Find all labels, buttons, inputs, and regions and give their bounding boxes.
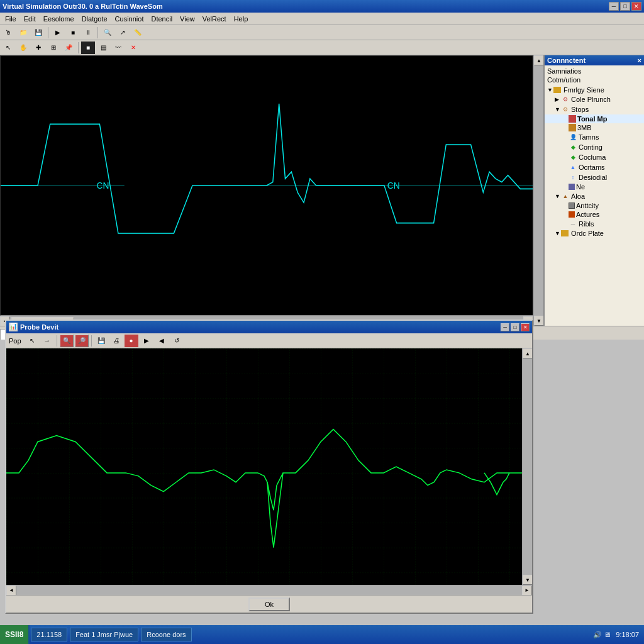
color-square-icon-13 bbox=[569, 211, 575, 218]
tb2-delete[interactable]: ✕ bbox=[126, 42, 140, 54]
menu-file[interactable]: File bbox=[1, 14, 20, 24]
tb-cursor[interactable]: ↗ bbox=[116, 26, 130, 39]
probe-tb-fwd[interactable]: ↺ bbox=[170, 335, 184, 347]
tb2-cross[interactable]: ✚ bbox=[31, 42, 45, 54]
probe-hscroll-left-btn[interactable]: ◄ bbox=[6, 586, 16, 596]
tree-label-0: Fmrlgy Siene bbox=[564, 86, 604, 94]
probe-vscroll-up-btn[interactable]: ▲ bbox=[523, 348, 532, 358]
title-bar: Virtual Simulation Outr30. 0 a RulTctin … bbox=[0, 0, 644, 13]
probe-tb-run[interactable]: ▶ bbox=[140, 335, 153, 347]
tree-label-13: Actures bbox=[576, 211, 599, 218]
tb-pause[interactable]: ⏸ bbox=[81, 26, 95, 39]
tb2-wire[interactable]: 〰 bbox=[111, 42, 125, 54]
taskbar-item-1[interactable]: Feat 1 Jmsr Pjwue bbox=[70, 628, 138, 641]
panel-close-icon[interactable]: × bbox=[638, 57, 641, 64]
probe-hscroll-right-btn[interactable]: ► bbox=[522, 586, 532, 596]
probe-tb-back[interactable]: ◀ bbox=[155, 335, 169, 347]
probe-close-btn[interactable]: ✕ bbox=[521, 323, 530, 331]
vscroll-up-btn[interactable]: ▲ bbox=[534, 55, 544, 65]
tree-item-4[interactable]: 3MB bbox=[545, 123, 644, 132]
tree-item-11[interactable]: ▼ ▲ Aloa bbox=[545, 191, 644, 201]
probe-tb-arrow[interactable]: → bbox=[40, 335, 54, 347]
tb-run[interactable]: ▶ bbox=[51, 26, 65, 39]
vscroll-down-btn[interactable]: ▼ bbox=[534, 316, 544, 326]
menu-dtencil[interactable]: Dtencil bbox=[147, 14, 176, 24]
tree-label-1: Cole Plrunch bbox=[571, 96, 611, 103]
probe-content: ▲ ▼ ◄ ► Ok bbox=[6, 348, 532, 613]
tree-item-14[interactable]: ─ Ribls bbox=[545, 219, 644, 229]
probe-waveform[interactable] bbox=[6, 348, 522, 585]
tree-item-0[interactable]: ▼ Fmrlgy Siene bbox=[545, 86, 644, 94]
tb2-arrow[interactable]: ↖ bbox=[1, 42, 15, 54]
expand-icon-2[interactable]: ▼ bbox=[555, 106, 561, 113]
vscroll-track[interactable] bbox=[534, 65, 543, 316]
expand-icon-0[interactable]: ▼ bbox=[547, 87, 553, 93]
probe-tb-zoom-out[interactable]: 🔎 bbox=[75, 335, 89, 347]
tree-label-3: Tonal Mp bbox=[577, 115, 607, 123]
expand-icon-11[interactable]: ▼ bbox=[555, 193, 561, 199]
component-icon-4 bbox=[569, 124, 576, 131]
minimize-btn[interactable]: ─ bbox=[609, 2, 619, 11]
window-title: Virtual Simulation Outr30. 0 a RulTctin … bbox=[3, 3, 163, 10]
tb-zoom[interactable]: 🔍 bbox=[101, 26, 114, 39]
tree-item-13[interactable]: Actures bbox=[545, 210, 644, 219]
taskbar-item-0[interactable]: 21.1158 bbox=[31, 628, 67, 641]
tree-label-14: Ribls bbox=[579, 220, 594, 228]
panel-label-1: Samniatios bbox=[547, 67, 641, 75]
tree-item-12[interactable]: Anttcity bbox=[545, 201, 644, 210]
menu-eesolome[interactable]: Eesolome bbox=[40, 14, 78, 24]
menu-help[interactable]: Help bbox=[230, 14, 252, 24]
tree-item-10[interactable]: Ne bbox=[545, 182, 644, 191]
diamond-icon-7: ◆ bbox=[569, 153, 577, 162]
tb2-fill[interactable]: ▤ bbox=[96, 42, 110, 54]
tb2-zoom2[interactable]: ⊞ bbox=[47, 42, 60, 54]
menu-velrect[interactable]: VelRect bbox=[199, 14, 230, 24]
probe-minimize-btn[interactable]: ─ bbox=[501, 323, 509, 331]
tree-label-4: 3MB bbox=[577, 124, 592, 131]
main-waveform-svg: CN CN bbox=[1, 56, 533, 315]
tree-item-5[interactable]: 👤 Tamns bbox=[545, 132, 644, 142]
main-waveform[interactable]: CN CN bbox=[0, 55, 533, 316]
tb-stop[interactable]: ■ bbox=[66, 26, 80, 39]
expand-icon-15[interactable]: ▼ bbox=[555, 230, 561, 236]
probe-ok-btn[interactable]: Ok bbox=[248, 597, 290, 611]
square-icon-10 bbox=[569, 184, 575, 190]
tb-measure[interactable]: 📏 bbox=[131, 26, 145, 39]
maximize-btn[interactable]: □ bbox=[620, 2, 630, 11]
probe-tb-zoom-in[interactable]: 🔍 bbox=[60, 335, 74, 347]
probe-vscroll-down-btn[interactable]: ▼ bbox=[523, 575, 532, 585]
tb2-color[interactable]: ■ bbox=[81, 42, 95, 54]
probe-hscroll-track[interactable] bbox=[16, 586, 522, 596]
tree-item-1[interactable]: ▶ ⚙ Cole Plrunch bbox=[545, 94, 644, 104]
tree-item-9[interactable]: ↕ Desiodial bbox=[545, 172, 644, 182]
probe-vscroll-track[interactable] bbox=[523, 358, 532, 575]
tb-save[interactable]: 💾 bbox=[31, 26, 45, 39]
tb-new[interactable]: 🖱 bbox=[1, 26, 15, 39]
expand-icon-1[interactable]: ▶ bbox=[555, 96, 561, 103]
toolbar-1: 🖱 📁 💾 ▶ ■ ⏸ 🔍 ↗ 📏 bbox=[0, 25, 644, 40]
tb2-hand[interactable]: ✋ bbox=[16, 42, 30, 54]
close-btn[interactable]: ✕ bbox=[631, 2, 641, 11]
menu-view[interactable]: View bbox=[176, 14, 199, 24]
svg-text:CN: CN bbox=[387, 180, 400, 191]
probe-tb-save[interactable]: 💾 bbox=[94, 335, 108, 347]
tree-item-15[interactable]: ▼ Ordc Plate bbox=[545, 229, 644, 238]
probe-hscrollbar[interactable]: ◄ ► bbox=[6, 585, 532, 595]
taskbar-item-2[interactable]: Rcoone dors bbox=[141, 628, 191, 641]
probe-tb-print[interactable]: 🖨 bbox=[109, 335, 123, 347]
menu-edit[interactable]: Edit bbox=[20, 14, 40, 24]
start-button[interactable]: SSII8 bbox=[0, 625, 28, 644]
probe-maximize-btn[interactable]: □ bbox=[511, 323, 519, 331]
tb2-snap[interactable]: 📌 bbox=[62, 42, 75, 54]
tree-item-8[interactable]: ▲ Ocrtams bbox=[545, 162, 644, 172]
probe-tb-cursor[interactable]: ↖ bbox=[25, 335, 39, 347]
tree-item-7[interactable]: ◆ Cocluma bbox=[545, 152, 644, 162]
tree-item-3[interactable]: Tonal Mp bbox=[545, 114, 644, 123]
menu-dlatgote[interactable]: Dlatgote bbox=[78, 14, 111, 24]
probe-tb-stop[interactable]: ● bbox=[125, 335, 138, 347]
menu-cusinniot[interactable]: Cusinniot bbox=[111, 14, 148, 24]
tb-open[interactable]: 📁 bbox=[16, 26, 30, 39]
tree-item-6[interactable]: ◆ Conting bbox=[545, 142, 644, 152]
probe-grid-svg bbox=[6, 348, 522, 585]
tree-item-2[interactable]: ▼ ⚙ Stops bbox=[545, 104, 644, 114]
